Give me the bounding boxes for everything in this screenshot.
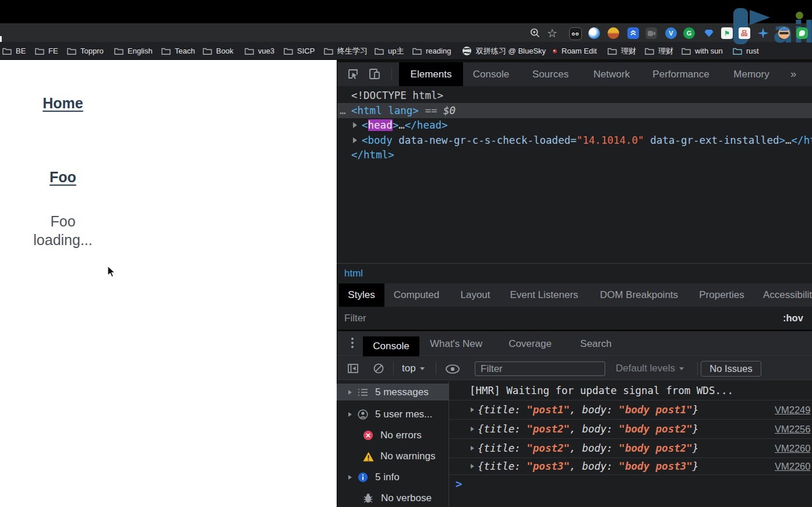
console-log-object[interactable]: {title: "post2", body: "body post2"}VM22…	[449, 439, 812, 458]
tab-performance[interactable]: Performance	[652, 62, 709, 86]
body-expand-arrow[interactable]	[353, 137, 357, 143]
expand-arrow[interactable]	[471, 407, 474, 412]
source-link[interactable]: VM2249	[775, 400, 810, 419]
camera-icon[interactable]	[645, 27, 657, 39]
bookmark-vue3[interactable]: vue3	[245, 42, 274, 60]
sidebar-item-verbose[interactable]: No verbose	[337, 491, 449, 506]
green-flag-icon[interactable]: ⚑	[721, 27, 733, 39]
expand-arrow[interactable]	[348, 390, 352, 395]
tab-computed[interactable]: Computed	[394, 283, 439, 307]
styles-filter-input[interactable]: Filter	[344, 307, 366, 329]
log-levels-dropdown[interactable]: Default levels	[616, 357, 684, 380]
tab-accessibility[interactable]: Accessibility	[763, 283, 812, 307]
code-html-open[interactable]: <html lang> == $0	[351, 103, 456, 118]
tab-elements[interactable]: Elements	[399, 62, 463, 86]
grammarly-g-icon[interactable]: G	[683, 27, 695, 39]
red-org-icon[interactable]: 品	[739, 27, 750, 39]
sidebar-item-user-messages[interactable]: 5 user mes...	[337, 407, 449, 422]
tab-console[interactable]: Console	[473, 62, 509, 86]
code-html-close[interactable]: </html>	[351, 147, 394, 162]
source-link[interactable]: VM2260	[775, 439, 810, 458]
tab-network[interactable]: Network	[594, 62, 630, 86]
context-selector[interactable]: top	[402, 357, 425, 380]
console-prompt-chevron[interactable]: >	[456, 477, 462, 490]
drawer-tab-search[interactable]: Search	[580, 331, 612, 356]
tab-event-listeners[interactable]: Event Listeners	[510, 283, 578, 307]
blue-chevrons-icon[interactable]	[627, 27, 639, 39]
live-expression-eye-icon[interactable]	[445, 364, 460, 374]
expand-arrow[interactable]	[471, 464, 474, 469]
blue-gem-icon[interactable]	[703, 27, 715, 39]
expand-arrow[interactable]	[348, 412, 352, 417]
bookmark-rust[interactable]: rust	[733, 42, 759, 60]
evernote-elephant-icon[interactable]	[796, 27, 808, 39]
bookmark-english[interactable]: English	[114, 42, 153, 60]
sidebar-item-info[interactable]: 5 info	[337, 470, 449, 485]
code-head[interactable]: <head>…</head>	[362, 118, 448, 133]
dark-reader-icon[interactable]: oo	[569, 27, 582, 40]
hidden-ellipsis[interactable]: …	[340, 103, 346, 118]
bookmark-roam-edit[interactable]: Roam Edit	[552, 42, 597, 60]
tab-styles[interactable]: Styles	[338, 283, 384, 307]
tab-properties[interactable]: Properties	[699, 283, 744, 307]
bookmark-upzhu[interactable]: up主	[375, 42, 404, 60]
inspect-icon[interactable]	[347, 68, 359, 80]
console-log-object[interactable]: {title: "post2", body: "body post2"}VM22…	[449, 420, 812, 439]
code-doctype[interactable]: <!DOCTYPE html>	[351, 88, 443, 103]
tab-dom-breakpoints[interactable]: DOM Breakpoints	[600, 283, 678, 307]
styles-filter-row	[337, 307, 812, 329]
drawer-menu-icon[interactable]	[350, 338, 355, 348]
bookmark-shuangpin-bluesky[interactable]: 双拼练习 @ BlueSky	[462, 42, 546, 60]
pseudo-state-toggle[interactable]: :hov	[783, 307, 803, 329]
screen: ☆ oo V G ⚑ 品 ail BE FE Toppro English Te…	[0, 0, 812, 507]
blue-circle-extension-icon[interactable]	[588, 27, 600, 39]
bookmark-with-sun[interactable]: with sun	[682, 42, 723, 60]
color-star-icon[interactable]	[757, 27, 769, 39]
code-body[interactable]: <body data-new-gr-c-s-check-loaded="14.1…	[362, 133, 812, 148]
console-filter-input[interactable]: Filter	[475, 361, 605, 376]
vimium-v-icon[interactable]: V	[665, 27, 677, 39]
no-issues-button[interactable]: No Issues	[701, 361, 761, 377]
bookmark-book[interactable]: Book	[203, 42, 234, 60]
console-sidebar-toggle-icon[interactable]	[347, 363, 359, 374]
expand-arrow[interactable]	[471, 446, 474, 451]
bookmark-star-icon[interactable]: ☆	[547, 26, 557, 40]
bowl-extension-icon[interactable]	[608, 27, 619, 39]
drawer-tab-whats-new[interactable]: What's New	[430, 331, 482, 356]
source-link[interactable]: VM2256	[775, 420, 810, 438]
bookmark-sicp[interactable]: SICP	[284, 42, 315, 60]
tab-layout[interactable]: Layout	[460, 283, 490, 307]
console-log-object[interactable]: {title: "post3", body: "body post3"}VM22…	[449, 458, 812, 475]
sidebar-item-warnings[interactable]: No warnings	[337, 449, 449, 464]
sidebar-item-errors[interactable]: No errors	[337, 428, 449, 443]
green-dot	[796, 12, 803, 19]
bookmark-be[interactable]: BE	[2, 42, 26, 60]
expand-arrow[interactable]	[471, 427, 474, 431]
bookmark-toppro[interactable]: Toppro	[67, 42, 104, 60]
bookmark-licai-1[interactable]: 理财	[608, 42, 636, 60]
source-link[interactable]: VM2260	[775, 458, 810, 474]
bookmark-teach[interactable]: Teach	[161, 42, 195, 60]
console-log-hmr[interactable]: [HMR] Waiting for update signal from WDS…	[449, 381, 812, 400]
avatar-face-icon[interactable]	[778, 27, 790, 39]
head-expand-arrow[interactable]	[353, 122, 357, 128]
device-toolbar-icon[interactable]	[368, 68, 381, 80]
foo-link[interactable]: Foo	[50, 169, 76, 185]
drawer-tab-console[interactable]: Console	[363, 336, 419, 356]
more-tabs-icon[interactable]: »	[790, 62, 796, 86]
clear-console-icon[interactable]	[373, 363, 384, 374]
bookmark-lifelong-learning[interactable]: 终生学习	[324, 42, 368, 60]
tab-memory[interactable]: Memory	[733, 62, 769, 86]
zoom-icon[interactable]	[529, 27, 541, 39]
home-link[interactable]: Home	[43, 95, 83, 111]
expand-arrow[interactable]	[348, 475, 352, 480]
sidebar-item-messages[interactable]: 5 messages	[337, 385, 449, 400]
bookmark-licai-2[interactable]: 理财	[645, 42, 673, 60]
foo-link-wrap: Foo	[0, 169, 126, 186]
bookmark-reading[interactable]: reading	[412, 42, 451, 60]
tab-sources[interactable]: Sources	[532, 62, 569, 86]
bookmark-fe[interactable]: FE	[35, 42, 58, 60]
console-log-object[interactable]: {title: "post1", body: "body post1"}VM22…	[449, 400, 812, 420]
breadcrumb-html[interactable]: html	[344, 264, 363, 283]
drawer-tab-coverage[interactable]: Coverage	[509, 331, 552, 356]
